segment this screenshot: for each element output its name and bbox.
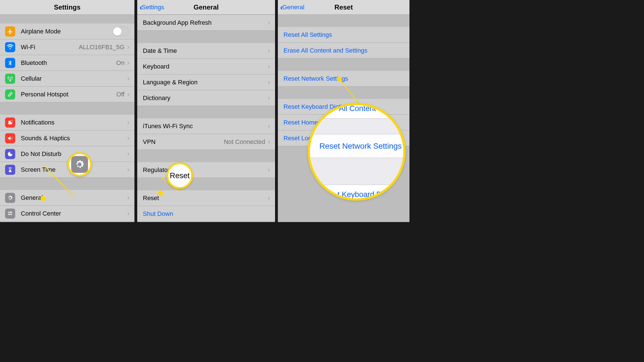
chevron-right-icon: › (127, 91, 129, 98)
airplane-toggle[interactable] (112, 27, 129, 36)
row-detail: ALLO16FB1_5G (79, 44, 125, 51)
row-date-time[interactable]: Date & Time › (137, 43, 275, 59)
chevron-right-icon: › (127, 59, 129, 67)
chevron-right-icon: › (268, 123, 270, 130)
chevron-right-icon: › (268, 79, 270, 86)
row-general[interactable]: General › (0, 190, 134, 206)
row-label: General (21, 194, 127, 202)
row-sounds[interactable]: Sounds & Haptics › (0, 130, 134, 146)
airplane-icon (5, 26, 15, 37)
svg-point-4 (9, 212, 10, 213)
back-button[interactable]: ‹ Settings (139, 3, 164, 12)
hourglass-icon (5, 165, 15, 175)
chevron-right-icon: › (127, 75, 129, 82)
row-label: Wi-Fi (21, 44, 79, 51)
back-button[interactable]: ‹ General (280, 3, 304, 12)
row-dictionary[interactable]: Dictionary › (137, 90, 275, 106)
row-keyboard[interactable]: Keyboard › (137, 59, 275, 74)
notifications-icon (5, 117, 15, 128)
callout-partial-bottom: t Keyboard Di (310, 185, 403, 201)
chevron-right-icon: › (268, 94, 270, 102)
row-label: Airplane Mode (21, 28, 112, 35)
general-pane: ‹ Settings General Background App Refres… (137, 0, 275, 222)
row-language[interactable]: Language & Region › (137, 74, 275, 90)
row-cellular[interactable]: Cellular › (0, 71, 134, 87)
settings-root-pane: Settings Airplane Mode Wi-Fi ALLO16FB1_5… (0, 0, 134, 222)
back-label: Settings (142, 4, 164, 11)
controls-icon (5, 209, 15, 219)
row-detail: Not Connected (224, 138, 265, 146)
row-label: Reset Network Settings (283, 75, 404, 82)
row-detail: On (116, 59, 124, 67)
antenna-icon (5, 74, 15, 84)
callout-general-icon (67, 152, 92, 177)
row-label: Reset (143, 194, 268, 202)
navbar-general: ‹ Settings General (137, 0, 275, 15)
gear-icon (71, 156, 88, 173)
reset-pane: ‹ General Reset Reset All Settings Erase… (278, 0, 409, 222)
row-dnd[interactable]: Do Not Disturb › (0, 146, 134, 162)
svg-point-5 (10, 214, 12, 215)
wifi-icon (5, 42, 15, 52)
chevron-right-icon: › (127, 150, 129, 158)
row-label: Dictionary (143, 94, 268, 102)
row-bluetooth[interactable]: Bluetooth On › (0, 55, 134, 71)
chevron-right-icon: › (127, 119, 129, 126)
moon-icon (5, 149, 15, 159)
row-label: Erase All Content and Settings (283, 47, 404, 54)
page-title: General (193, 3, 219, 11)
row-label: Control Center (21, 210, 127, 217)
row-label: Notifications (21, 119, 127, 126)
row-vpn[interactable]: VPN Not Connected › (137, 134, 275, 150)
row-label: Personal Hotspot (21, 91, 116, 98)
chevron-right-icon: › (268, 194, 270, 202)
row-regulatory[interactable]: Regulatory › (137, 162, 275, 178)
row-erase-all[interactable]: Erase All Content and Settings (278, 43, 409, 58)
row-airplane-mode[interactable]: Airplane Mode (0, 24, 134, 39)
row-reset-all[interactable]: Reset All Settings (278, 27, 409, 43)
link-icon (5, 89, 15, 99)
row-shutdown[interactable]: Shut Down (137, 206, 275, 222)
chevron-right-icon: › (268, 138, 270, 146)
row-detail: Off (116, 91, 125, 98)
row-label: Language & Region (143, 79, 268, 86)
row-label: Keyboard (143, 63, 268, 70)
row-bg-refresh[interactable]: Background App Refresh › (137, 15, 275, 31)
svg-point-1 (10, 120, 12, 122)
row-label: Reset All Settings (283, 31, 404, 39)
callout-reset: Reset (166, 162, 193, 189)
row-itunes-sync[interactable]: iTunes Wi-Fi Sync › (137, 118, 275, 134)
row-display[interactable]: Display & Brightness › (0, 221, 134, 222)
row-label: VPN (143, 138, 224, 146)
row-label: Sounds & Haptics (21, 135, 127, 142)
row-label: Background App Refresh (143, 19, 268, 26)
row-control-center[interactable]: Control Center › (0, 206, 134, 221)
chevron-right-icon: › (268, 63, 270, 70)
back-label: General (282, 4, 304, 11)
chevron-right-icon: › (268, 47, 270, 55)
chevron-right-icon: › (268, 19, 270, 26)
row-label: Bluetooth (21, 59, 116, 67)
highlight-dot (337, 76, 342, 82)
page-title: Settings (54, 3, 81, 11)
row-notifications[interactable]: Notifications › (0, 115, 134, 130)
row-label: Cellular (21, 75, 127, 82)
highlight-dot (158, 191, 163, 196)
gear-icon (5, 193, 15, 203)
callout-highlight-row: Reset Network Settings (310, 134, 403, 158)
callout-reset-network: All Content a Reset Network Settings t K… (308, 103, 406, 201)
sound-icon (5, 133, 15, 143)
row-hotspot[interactable]: Personal Hotspot Off › (0, 87, 134, 102)
row-wifi[interactable]: Wi-Fi ALLO16FB1_5G › (0, 39, 134, 55)
chevron-right-icon: › (127, 44, 129, 51)
chevron-right-icon: › (127, 135, 129, 142)
bluetooth-icon (5, 58, 15, 68)
row-label: Shut Down (143, 210, 270, 218)
row-screentime[interactable]: Screen Time › (0, 162, 134, 178)
highlight-dot (40, 196, 46, 201)
row-label: Date & Time (143, 47, 268, 55)
chevron-right-icon: › (127, 166, 129, 173)
row-label: Regulatory (143, 166, 268, 174)
page-title: Reset (334, 3, 353, 11)
chevron-right-icon: › (127, 194, 129, 202)
